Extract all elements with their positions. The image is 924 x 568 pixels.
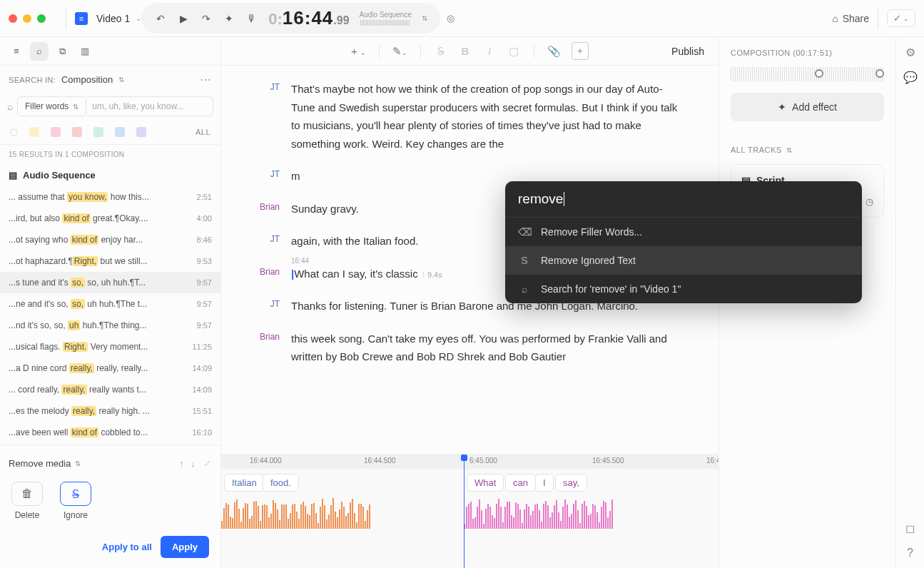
sequence-header[interactable]: ▤ Audio Sequence <box>0 164 220 186</box>
publish-button[interactable]: Publish <box>671 46 704 57</box>
sequence-chevron-icon[interactable]: ⇅ <box>422 14 427 22</box>
search-scope-value[interactable]: Composition <box>61 74 113 85</box>
search-result-item[interactable]: ... assume that you know, how this...2:5… <box>0 186 220 208</box>
share-button[interactable]: ⌂ Share <box>832 13 869 24</box>
command-item[interactable]: SRemove Ignored Text <box>505 246 862 275</box>
timeline-word[interactable]: say, <box>555 474 587 492</box>
highlight-button[interactable]: ▢ <box>507 45 521 58</box>
maximize-window-icon[interactable] <box>37 14 46 23</box>
timeline-word[interactable]: What <box>467 474 504 492</box>
speaker-label[interactable]: Brian <box>257 265 291 283</box>
delete-button[interactable]: 🗑 Delete <box>11 482 43 520</box>
command-item[interactable]: ⌕Search for 'remove' in "Video 1" <box>505 275 862 303</box>
panel-layout-icon[interactable]: ◻ <box>905 522 915 535</box>
redo-button[interactable]: ↷ <box>200 13 213 24</box>
comment-panel-icon[interactable]: 💬 <box>903 71 918 84</box>
search-result-item[interactable]: ...a D nine cord really, really, really.… <box>0 357 220 379</box>
speaker-label[interactable]: JT <box>257 297 291 315</box>
sequence-label[interactable]: Audio Sequence <box>360 11 412 19</box>
add-button[interactable]: + ⌄ <box>351 45 366 57</box>
color-tag[interactable] <box>93 127 103 137</box>
sparkle-icon: ✦ <box>778 101 786 113</box>
track-clock-icon[interactable]: ◷ <box>865 196 873 207</box>
strike-all-icon[interactable]: ⟋ <box>203 458 212 469</box>
command-input[interactable]: remove <box>505 181 862 218</box>
timeline-word[interactable]: food. <box>263 474 299 492</box>
close-window-icon[interactable] <box>9 14 17 23</box>
all-colors-button[interactable]: ALL <box>196 128 210 136</box>
speaker-label[interactable]: JT <box>257 167 291 186</box>
remove-media-chevron-icon[interactable]: ⇅ <box>75 460 81 467</box>
filter-chevron-icon[interactable]: ⇅ <box>73 103 78 111</box>
apply-button[interactable]: Apply <box>161 536 209 558</box>
search-result-item[interactable]: ...es the melody really, really high. ..… <box>0 400 220 422</box>
composition-slider[interactable] <box>731 67 884 81</box>
search-result-item[interactable]: ...ird, but also kind of great.¶Okay....… <box>0 208 220 229</box>
color-tag[interactable] <box>51 127 61 137</box>
filter-chip[interactable]: Filler words ⇅ <box>17 96 86 116</box>
status-check-button[interactable]: ✓ ⌄ <box>887 9 915 27</box>
search-result-item[interactable]: ...ave been well kind of cobbled to...16… <box>0 422 220 443</box>
command-item-icon: ⌕ <box>518 283 531 295</box>
color-tag[interactable] <box>115 127 125 137</box>
search-result-item[interactable]: ...ne and it's so, so, uh huh.¶The t...9… <box>0 293 220 315</box>
timeline-word[interactable]: can <box>505 474 536 492</box>
timeline[interactable]: 16:44.00016:44.5006:45.00016:45.50016:46… <box>221 454 719 568</box>
speaker-label[interactable]: JT <box>257 80 291 153</box>
speaker-label[interactable]: JT <box>257 232 291 250</box>
settings-sliders-icon[interactable]: ⚙ <box>905 46 915 59</box>
search-result-item[interactable]: ...s tune and it's so, so, uh huh.¶T...9… <box>0 272 220 293</box>
window-traffic-lights[interactable] <box>9 14 46 23</box>
menu-icon[interactable]: ≡ <box>7 42 26 61</box>
project-title[interactable]: Video 1 <box>96 13 130 24</box>
transcript-line[interactable]: JTThat's maybe not how we think of the c… <box>257 80 683 153</box>
remove-media-label[interactable]: Remove media <box>9 458 71 469</box>
comment-button[interactable]: ＋ <box>572 42 589 60</box>
ignore-button[interactable]: S̶ Ignore <box>60 482 91 520</box>
tracks-chevron-icon[interactable]: ⇅ <box>786 146 793 154</box>
search-result-item[interactable]: ...nd it's so, so, uh huh.¶The thing...9… <box>0 315 220 336</box>
color-tag[interactable] <box>72 127 82 137</box>
next-result-icon[interactable]: ↓ <box>191 458 196 469</box>
playhead[interactable] <box>464 455 464 568</box>
tool-button[interactable]: ✎⌄ <box>392 45 407 58</box>
command-item[interactable]: ⌫Remove Filler Words... <box>505 218 862 246</box>
search-result-item[interactable]: ...usical flags. Right. Very moment...11… <box>0 336 220 357</box>
timeline-ruler[interactable]: 16:44.00016:44.5006:45.00016:45.50016:46… <box>221 455 719 469</box>
bold-button[interactable]: B <box>458 45 472 57</box>
timeline-word[interactable]: I <box>535 474 554 492</box>
search-result-item[interactable]: ... cord really, really, really wants t.… <box>0 379 220 400</box>
play-button[interactable]: ▶ <box>177 13 190 24</box>
add-effect-button[interactable]: ✦ Add effect <box>731 93 884 121</box>
minimize-window-icon[interactable] <box>23 14 31 23</box>
search-result-item[interactable]: ...ot haphazard.¶Right, but we still...9… <box>0 250 220 272</box>
undo-button[interactable]: ↶ <box>154 13 167 24</box>
search-more-icon[interactable]: ⋯ <box>200 73 212 86</box>
speaker-label[interactable]: Brian <box>257 200 291 218</box>
prev-result-icon[interactable]: ↑ <box>179 458 184 469</box>
color-tag[interactable] <box>136 127 146 137</box>
help-icon[interactable]: ? <box>907 547 913 559</box>
filter-input[interactable]: um, uh, like, you know... <box>86 96 213 116</box>
copy-icon[interactable]: ⧉ <box>53 42 71 61</box>
search-icon[interactable]: ⌕ <box>30 42 49 61</box>
transcript-line[interactable]: Brianthis week song. Can't take my eyes … <box>257 330 683 366</box>
color-tag[interactable] <box>29 127 39 137</box>
search-result-item[interactable]: ...ot saying who kind of enjoy har...8:4… <box>0 229 220 250</box>
scope-chevron-icon[interactable]: ⇅ <box>118 76 124 83</box>
apply-to-all-button[interactable]: Apply to all <box>102 542 152 552</box>
strike-button[interactable]: S̶ <box>434 45 448 58</box>
app-logo-icon: ≡ <box>75 12 88 25</box>
project-dropdown-icon[interactable]: ⌄ <box>136 14 141 22</box>
timeline-word[interactable]: Italian <box>224 474 265 492</box>
magic-button[interactable]: ✦ <box>223 13 235 24</box>
all-tracks-label[interactable]: ALL TRACKS <box>731 146 782 154</box>
tips-lightbulb-icon[interactable]: ◎ <box>440 8 462 29</box>
speaker-label[interactable]: Brian <box>257 330 291 366</box>
record-mic-button[interactable]: 🎙 <box>245 13 258 24</box>
library-icon[interactable]: ▥ <box>76 42 94 61</box>
attach-button[interactable]: 📎 <box>547 45 562 58</box>
results-count: 15 RESULTS IN 1 COMPOSITION <box>0 145 220 164</box>
italic-button[interactable]: I <box>482 45 497 57</box>
droplet-icon[interactable]: ◌ <box>10 126 18 137</box>
